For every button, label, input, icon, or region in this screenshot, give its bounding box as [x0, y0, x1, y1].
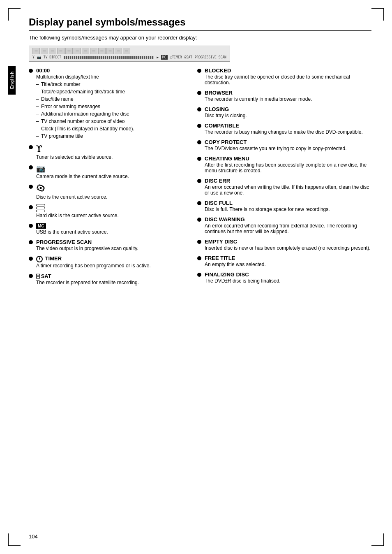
item-title-blocked: BLOCKED	[205, 67, 371, 74]
bullet-content: Hard disk is the current active source.	[36, 204, 119, 218]
item-title-progressive-scan: PROGRESSIVE SCAN	[36, 239, 138, 245]
item-title-timer: TIMER	[36, 255, 151, 262]
list-item-sat: ⌻ SAT The recorder is prepared for satel…	[29, 273, 185, 285]
bullet-content: BROWSER The recorder is currently in med…	[205, 90, 312, 102]
list-item: TV channel number or source of video	[36, 118, 134, 125]
item-desc-disc-full: Disc is full. There is no storage space …	[205, 206, 330, 212]
bullet-content: EMPTY DISC Inserted disc is new or has b…	[205, 239, 371, 251]
list-item-camera: 📷 Camera mode is the current active sour…	[29, 164, 185, 179]
bullet-content: DISC WARNING An error occurred when reco…	[205, 216, 371, 234]
bullet-content: FINALIZING DISC The DVD±R disc is being …	[205, 271, 281, 284]
bullet-dot	[197, 179, 201, 183]
mc-label: MC	[36, 223, 46, 229]
bullet-dot	[197, 201, 201, 205]
item-title-closing: CLOSING	[205, 106, 247, 112]
list-item-free-title: FREE TITLE An empty title was selected.	[197, 255, 371, 267]
bullet-dot	[197, 157, 201, 161]
item-desc-harddisk: Hard disk is the current active source.	[36, 213, 119, 218]
item-icon-tuner: ϒ	[36, 144, 113, 154]
bullet-dot	[197, 240, 201, 244]
display-icon-disc: ▶	[157, 56, 159, 59]
display-char: 一	[49, 48, 56, 54]
item-title-compatible: COMPATIBLE	[205, 123, 363, 129]
bullet-dot	[29, 240, 33, 244]
display-chars-row: 一 一 一 一 一 一 一 一 一 一 一 一	[32, 48, 226, 54]
item-desc-finalizing-disc: The DVD±R disc is being finalised.	[205, 278, 281, 284]
list-item-harddisk: Hard disk is the current active source.	[29, 204, 185, 218]
list-item-disc-err: DISC ERR An error occurred when writing …	[197, 178, 371, 196]
list-item-disc-warning: DISC WARNING An error occurred when reco…	[197, 216, 371, 234]
bullet-content: ⌻ SAT The recorder is prepared for satel…	[36, 273, 139, 285]
item-title-disc-full: DISC FULL	[205, 200, 330, 206]
content-columns: 00:00 Multifunction display/text line Ti…	[29, 67, 371, 290]
list-item: TV programme title	[36, 132, 134, 140]
corner-decoration-tl2	[8, 8, 9, 21]
language-tab: English	[8, 66, 16, 95]
corner-decoration-bl	[8, 545, 21, 546]
item-title-empty-disc: EMPTY DISC	[205, 239, 371, 245]
bullet-content: DISC ERR An error occurred when writing …	[205, 178, 371, 196]
item-title-free-title: FREE TITLE	[205, 255, 266, 261]
item-icon-harddisk	[36, 204, 119, 212]
bullet-dot	[29, 224, 33, 228]
display-char: 一	[90, 48, 97, 54]
bullet-dot	[197, 124, 201, 128]
display-icon-tuner: Y	[32, 56, 35, 59]
item-desc-disc-err: An error occurred when writing the title…	[205, 184, 371, 196]
bullet-content: Disc is the current active source.	[36, 183, 107, 200]
list-item-browser: BROWSER The recorder is currently in med…	[197, 90, 371, 102]
list-item: Total/elapsed/remaining title/track time	[36, 88, 134, 95]
item-desc-mc: USB is the current active source.	[36, 229, 108, 235]
bullet-dot	[29, 274, 33, 278]
item-desc-timer: A timer recording has been programmed or…	[36, 263, 151, 269]
intro-text: The following symbols/messages may appea…	[29, 35, 371, 41]
display-label-tv-direct: TV DIRECT	[44, 56, 61, 59]
disc-svg-icon	[36, 183, 45, 192]
item-desc-empty-disc: Inserted disc is new or has been complet…	[205, 245, 371, 251]
bullet-content: COPY PROTECT The DVD/video cassette you …	[205, 139, 347, 151]
bullet-content: COMPATIBLE The recorder is busy making c…	[205, 123, 363, 135]
list-item-progressive-scan: PROGRESSIVE SCAN The video output is in …	[29, 239, 185, 251]
display-label-sat: &SAT	[184, 56, 192, 59]
bullet-dot	[197, 218, 201, 222]
bullet-dot	[197, 91, 201, 95]
language-label: English	[10, 71, 14, 89]
display-label-timer: ◯TIMER	[170, 56, 182, 59]
display-bottom-row: Y 📷 TV DIRECT ▶ MC ◯TIMER &SAT PROGRESSI…	[32, 55, 226, 60]
sub-list-time: Title/track number Total/elapsed/remaini…	[36, 81, 134, 140]
display-panel-image: 一 一 一 一 一 一 一 一 一 一 一 一 Y 📷 TV DIRECT ▶ …	[29, 46, 230, 62]
item-desc-progressive-scan: The video output is in progressive scan …	[36, 246, 138, 251]
bullet-content: FREE TITLE An empty title was selected.	[205, 255, 266, 267]
display-char: 一	[82, 48, 89, 54]
list-item-timer: TIMER A timer recording has been program…	[29, 255, 185, 269]
item-desc-camera: Camera mode is the current active source…	[36, 174, 129, 179]
bullet-content: PROGRESSIVE SCAN The video output is in …	[36, 239, 138, 251]
bullet-content: DISC FULL Disc is full. There is no stor…	[205, 200, 330, 212]
svg-point-2	[40, 187, 42, 189]
item-desc-free-title: An empty title was selected.	[205, 262, 266, 267]
display-progress-bar	[64, 56, 154, 59]
corner-decoration-br	[371, 545, 384, 546]
list-item: Disc/title name	[36, 95, 134, 103]
list-item-tuner: ϒ Tuner is selected as visible source.	[29, 144, 185, 160]
corner-decoration-tr	[371, 8, 384, 9]
bullet-content: BLOCKED The disc tray cannot be opened o…	[205, 67, 371, 86]
list-item-time: 00:00 Multifunction display/text line Ti…	[29, 67, 185, 140]
item-title-finalizing-disc: FINALIZING DISC	[205, 271, 281, 278]
left-column: 00:00 Multifunction display/text line Ti…	[29, 67, 185, 290]
item-title-disc-err: DISC ERR	[205, 178, 371, 184]
display-char: 一	[115, 48, 122, 54]
bullet-content: CREATING MENU After the first recording …	[205, 155, 371, 174]
corner-decoration-tr2	[383, 8, 384, 21]
right-column: BLOCKED The disc tray cannot be opened o…	[197, 67, 371, 290]
list-item-closing: CLOSING Disc tray is closing.	[197, 106, 371, 118]
page-number: 104	[29, 533, 38, 540]
list-item-blocked: BLOCKED The disc tray cannot be opened o…	[197, 67, 371, 86]
main-content: Display panel symbols/messages The follo…	[29, 16, 371, 290]
list-item-creating-menu: CREATING MENU After the first recording …	[197, 155, 371, 174]
display-char: 一	[123, 48, 130, 54]
corner-decoration-tl	[8, 8, 21, 9]
item-desc-compatible: The recorder is busy making changes to m…	[205, 129, 363, 135]
bullet-dot	[29, 165, 33, 169]
item-title-time: 00:00	[36, 67, 134, 74]
